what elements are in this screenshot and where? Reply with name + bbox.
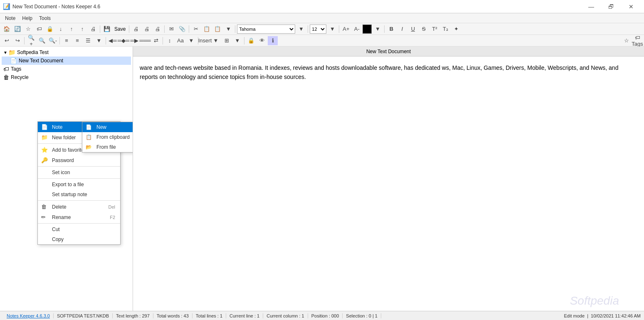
menu-bar: Note Help Tools [0, 13, 644, 23]
sidebar-item-note[interactable]: 📄 New Text Document [2, 57, 131, 65]
close-button[interactable]: ✕ [622, 0, 641, 13]
ctx-rename-icon: ✏ [41, 214, 49, 220]
toolbar-btn-up2[interactable]: ↑ [77, 25, 87, 34]
save-label[interactable]: Save [113, 26, 127, 32]
menu-help[interactable]: Help [19, 15, 36, 22]
table-dropdown-btn[interactable]: ▼ [232, 36, 242, 45]
tags-btn[interactable]: 🏷 Tags [632, 36, 642, 45]
submenu-item-clipboard[interactable]: 📋 From clipboard [82, 132, 133, 142]
subscript-btn[interactable]: T₂ [440, 25, 450, 34]
font-decrease-btn[interactable]: A- [352, 25, 362, 34]
menu-tools[interactable]: Tools [36, 15, 54, 22]
toolbar-btn-print-preview[interactable]: 🖨 [88, 25, 98, 34]
ctx-item-set-icon[interactable]: Set icon [38, 167, 120, 177]
toolbar-btn-cut[interactable]: ✂ [191, 25, 201, 34]
align-center-btn[interactable]: ≡ [72, 36, 82, 45]
ctx-item-export[interactable]: Export to a file [38, 180, 120, 190]
preview-btn[interactable]: 👁 [257, 36, 267, 45]
line-spacing-btn[interactable]: ↕ [165, 36, 175, 45]
info-btn[interactable]: ℹ [268, 36, 278, 45]
font-increase-btn[interactable]: A+ [341, 25, 351, 34]
ctx-item-note[interactable]: 📄 Note ▶ 📄 New 📋 From clipboard 📂 [38, 122, 120, 132]
font-dropdown-btn[interactable]: ▼ [296, 25, 306, 34]
status-mode-label: Edit mode [564, 313, 585, 318]
ctx-item-password[interactable]: 🔑 Password [38, 155, 120, 165]
strikethrough-btn[interactable]: S [419, 25, 429, 34]
favorite-star-btn[interactable]: ☆ [622, 36, 632, 45]
toolbar-btn-refresh[interactable]: 🔄 [12, 25, 22, 34]
ctx-item-delete[interactable]: 🗑 Delete Del [38, 202, 120, 212]
ctx-set-icon-label: Set icon [52, 170, 70, 175]
toolbar-btn-print2[interactable]: 🖨 [142, 25, 152, 34]
font-family-select[interactable]: Tahoma [237, 25, 295, 34]
bold-btn[interactable]: B [386, 25, 396, 34]
zoom-in-btn[interactable]: 🔍+ [26, 36, 36, 45]
toolbar-btn-save[interactable]: 💾 [102, 25, 112, 34]
color-picker[interactable] [363, 25, 372, 34]
sidebar-item-root[interactable]: ▼ 📁 Softpedia Test [2, 48, 131, 57]
ctx-cut-label: Cut [52, 226, 60, 232]
submenu-item-new[interactable]: 📄 New [82, 122, 133, 132]
ctx-item-set-startup[interactable]: Set startup note [38, 190, 120, 199]
font-size2-dropdown[interactable]: ▼ [186, 36, 196, 45]
sidebar-item-recycle[interactable]: 🗑 Recycle [2, 73, 131, 81]
note-icon: 📄 [10, 57, 17, 64]
ctx-sep-5 [38, 223, 120, 224]
align-left2-btn[interactable]: ◀═ [108, 36, 118, 45]
toolbar-btn-email[interactable]: ✉ [166, 25, 176, 34]
status-mode: Edit mode | 10/02/2021 11:42:46 AM [564, 313, 641, 318]
submenu-item-file[interactable]: 📂 From file [82, 142, 133, 152]
insert-btn[interactable]: Insert [200, 36, 210, 45]
toolbar2-sep-2 [59, 37, 60, 44]
ctx-item-copy[interactable]: Copy [38, 234, 120, 244]
lock2-btn[interactable]: 🔒 [246, 36, 256, 45]
align-right2-btn[interactable]: ═▶ [129, 36, 139, 45]
insert-dropdown-btn[interactable]: ▼ [211, 36, 221, 45]
table-btn[interactable]: ⊞ [222, 36, 232, 45]
toolbar-btn-star[interactable]: ☆ [23, 25, 33, 34]
justify-btn[interactable]: ═══ [140, 36, 150, 45]
rtl-btn[interactable]: ⇄ [151, 36, 161, 45]
note-content[interactable]: ware and tech-news website based in Roma… [133, 57, 644, 311]
toolbar-btn-attach[interactable]: 📎 [177, 25, 187, 34]
italic-btn[interactable]: I [397, 25, 407, 34]
color-dropdown-btn[interactable]: ▼ [373, 25, 382, 34]
font-size-select[interactable]: 12 [310, 25, 326, 34]
main-area: ▼ 📁 Softpedia Test 📄 New Text Document 🏷… [0, 47, 644, 311]
toolbar-btn-copy[interactable]: 📋 [202, 25, 212, 34]
minimize-button[interactable]: — [582, 0, 601, 13]
undo-btn[interactable]: ↩ [2, 36, 12, 45]
zoom-fit-btn[interactable]: 🔍 [37, 36, 47, 45]
list-dropdown-btn[interactable]: ▼ [94, 36, 104, 45]
menu-note[interactable]: Note [2, 15, 19, 22]
toolbar-btn-down[interactable]: ↓ [56, 25, 66, 34]
toolbar-btn-lock[interactable]: 🔒 [45, 25, 55, 34]
redo-btn[interactable]: ↪ [12, 36, 22, 45]
ctx-item-rename[interactable]: ✏ Rename F2 [38, 212, 120, 222]
font-size-dropdown-btn[interactable]: ▼ [327, 25, 337, 34]
ctx-star-icon: ⭐ [41, 147, 49, 153]
toolbar-btn-paste2[interactable]: ▼ [223, 25, 233, 34]
ctx-item-cut[interactable]: Cut [38, 224, 120, 234]
toolbar-btn-up[interactable]: ↑ [67, 25, 76, 34]
toolbar-btn-paste[interactable]: 📋 [212, 25, 222, 34]
toolbar-btn-print3[interactable]: 🖨 [153, 25, 163, 34]
zoom-out-btn[interactable]: 🔍- [48, 36, 58, 45]
toolbar-btn-print1[interactable]: 🖨 [131, 25, 141, 34]
title-bar: 📝 New Text Document - Notes Keeper 4.6 —… [0, 0, 644, 13]
toolbar-btn-home[interactable]: 🏠 [2, 25, 12, 34]
font-size2-btn[interactable]: Aa [175, 36, 185, 45]
align-left-btn[interactable]: ≡ [62, 36, 72, 45]
toolbar-btn-tag[interactable]: 🏷 [34, 25, 44, 34]
list-btn[interactable]: ☰ [83, 36, 93, 45]
clear-format-btn[interactable]: ✦ [451, 25, 461, 34]
ctx-sep-3 [38, 178, 120, 179]
ctx-sep-2 [38, 166, 120, 167]
restore-button[interactable]: 🗗 [602, 0, 621, 13]
status-version[interactable]: Notes Keeper 4.6.3.0 [3, 313, 54, 318]
superscript-btn[interactable]: T² [429, 25, 439, 34]
sidebar-item-tags[interactable]: 🏷 Tags [2, 65, 131, 73]
align-center2-btn[interactable]: ═◆═ [118, 36, 128, 45]
underline-btn[interactable]: U [408, 25, 418, 34]
submenu-new-label: New [96, 124, 106, 130]
